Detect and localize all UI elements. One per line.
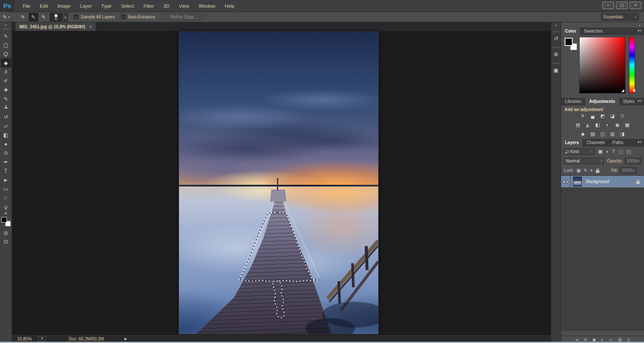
lock-position-icon[interactable]: + (590, 168, 593, 173)
swap-colors-icon[interactable]: ⇄ (0, 211, 12, 215)
quick-mask-mode-button[interactable]: ◎ (1, 228, 11, 237)
dock-expand-icon[interactable]: » (639, 24, 641, 27)
dock-grip[interactable] (553, 47, 559, 48)
brightness-contrast-icon[interactable]: ☀ (580, 113, 586, 119)
layer-effects-icon[interactable]: fx (584, 337, 587, 342)
foreground-color-swatch[interactable] (565, 38, 573, 46)
photo-filter-icon[interactable]: ◐ (605, 122, 611, 128)
menu-edit[interactable]: Edit (35, 0, 53, 12)
filter-pixel-layers-icon[interactable]: ▣ (598, 149, 602, 154)
close-button[interactable]: × (630, 2, 641, 9)
filter-type-layers-icon[interactable]: T (612, 149, 615, 154)
layer-visibility-toggle[interactable] (561, 176, 571, 187)
history-panel-icon[interactable]: ↺ (552, 34, 560, 43)
tool-rectangle[interactable]: ▭ (1, 184, 11, 193)
vibrance-icon[interactable]: ▽ (620, 113, 626, 119)
dock-collapse-icon[interactable]: « (551, 22, 561, 27)
lock-transparency-icon[interactable]: ▦ (577, 168, 580, 173)
opacity-dropdown[interactable]: 100% ▾ (625, 158, 641, 164)
menu-3d[interactable]: 3D (159, 0, 174, 12)
brush-size-picker[interactable]: 40 (50, 13, 63, 21)
tool-brush[interactable]: ✎ (1, 94, 11, 103)
tool-quick-selection[interactable]: ◈ (1, 58, 11, 67)
tool-eyedropper[interactable]: ✐ (1, 76, 11, 85)
tool-gradient[interactable]: ◧ (1, 130, 11, 139)
workspace-switcher[interactable]: Essentials ↕ (601, 13, 639, 21)
tab-layers[interactable]: Layers (561, 139, 583, 147)
tool-preset-picker[interactable]: ✎ ▾ (0, 14, 12, 20)
dock-grip[interactable] (553, 63, 559, 64)
properties-panel-icon[interactable]: ⚙ (552, 50, 560, 59)
tab-close-icon[interactable]: × (89, 24, 92, 29)
tool-move[interactable]: ⇖ (1, 31, 11, 40)
tool-path-selection[interactable]: ► (1, 175, 11, 184)
channel-mixer-icon[interactable]: ◉ (614, 122, 620, 128)
tool-eraser[interactable]: ▱ (1, 121, 11, 130)
screen-mode-button[interactable]: ⊡ (1, 237, 11, 246)
new-group-icon[interactable]: ▱ (609, 337, 613, 342)
auto-enhance-checkbox[interactable]: Auto-Enhance (121, 15, 155, 19)
tab-color[interactable]: Color (561, 27, 580, 35)
add-to-selection-mode-button[interactable]: ✎ (29, 13, 38, 21)
tool-rectangular-marquee[interactable]: ▢ (1, 40, 11, 49)
status-flyout-arrow[interactable]: ▶ (125, 337, 127, 341)
tool-type[interactable]: T (1, 166, 11, 175)
new-selection-mode-button[interactable]: ✎ (18, 13, 28, 21)
toolbar-collapse-icon[interactable]: » (0, 22, 12, 27)
filter-smart-objects-icon[interactable]: ◰ (626, 149, 631, 154)
selective-color-icon[interactable]: ◨ (620, 131, 626, 137)
tool-blur[interactable]: ● (1, 139, 11, 148)
hue-saturation-icon[interactable]: ▤ (575, 122, 581, 128)
fill-dropdown[interactable]: 100% ▾ (620, 167, 637, 174)
menu-help[interactable]: Help (220, 0, 240, 12)
filter-shape-layers-icon[interactable]: ▢ (619, 149, 623, 154)
zoom-level-field[interactable]: 15,85% (17, 337, 32, 341)
layers-panel-menu-icon[interactable]: ▾≡ (638, 140, 642, 144)
share-icon[interactable]: ↱ (38, 336, 46, 341)
menu-select[interactable]: Select (116, 0, 139, 12)
hue-slider[interactable] (629, 37, 635, 93)
tab-adjustments[interactable]: Adjustments (585, 98, 619, 105)
subtract-from-selection-mode-button[interactable]: ✎ (39, 13, 49, 21)
color-lookup-icon[interactable]: ▦ (624, 122, 630, 128)
adjustments-panel-menu-icon[interactable]: ▾≡ (638, 99, 642, 103)
tool-dodge[interactable]: ⊙ (1, 148, 11, 157)
levels-icon[interactable]: ▄ (590, 113, 596, 119)
tab-paths[interactable]: Paths (609, 139, 628, 147)
color-balance-icon[interactable]: ◭ (585, 122, 591, 128)
curves-icon[interactable]: ◩ (600, 113, 606, 119)
tool-pen[interactable]: ✒ (1, 157, 11, 166)
color-panel-menu-icon[interactable]: ▾≡ (638, 29, 642, 33)
tab-channels[interactable]: Channels (583, 139, 608, 147)
saturation-brightness-map[interactable] (579, 37, 626, 93)
exposure-icon[interactable]: ◪ (610, 113, 616, 119)
gradient-map-icon[interactable]: ▥ (610, 131, 616, 137)
layer-thumbnail[interactable] (573, 177, 582, 187)
menu-window[interactable]: Window (194, 0, 220, 12)
foreground-color-swatch[interactable] (1, 217, 7, 223)
color-panel-swatches[interactable] (565, 38, 577, 51)
tool-crop[interactable]: # (1, 67, 11, 76)
export-panel-icon[interactable]: ▣ (552, 66, 560, 75)
tab-libraries[interactable]: Libraries (561, 98, 585, 105)
invert-icon[interactable]: ◆ (580, 131, 586, 137)
menu-filter[interactable]: Filter (139, 0, 158, 12)
layer-row-background[interactable]: Background (561, 176, 644, 187)
black-white-icon[interactable]: ◧ (595, 122, 601, 128)
toolbar-grip[interactable] (3, 28, 9, 30)
menu-layer[interactable]: Layer (75, 0, 97, 12)
menu-file[interactable]: File (18, 0, 35, 12)
tool-history-brush[interactable]: ↺ (1, 112, 11, 121)
document-image[interactable] (179, 32, 378, 334)
foreground-background-colors[interactable] (1, 217, 11, 226)
canvas-pasteboard[interactable] (12, 31, 551, 335)
lock-all-icon[interactable] (596, 170, 599, 173)
tab-swatches[interactable]: Swatches (580, 27, 606, 35)
tool-zoom[interactable]: ϙ (1, 202, 11, 211)
tool-spot-healing-brush[interactable]: ✚ (1, 85, 11, 94)
new-layer-icon[interactable]: ⊞ (618, 337, 622, 342)
menu-view[interactable]: View (174, 0, 194, 12)
posterize-icon[interactable]: ▨ (590, 131, 596, 137)
threshold-icon[interactable]: ◫ (600, 131, 606, 137)
menu-image[interactable]: Image (53, 0, 76, 12)
